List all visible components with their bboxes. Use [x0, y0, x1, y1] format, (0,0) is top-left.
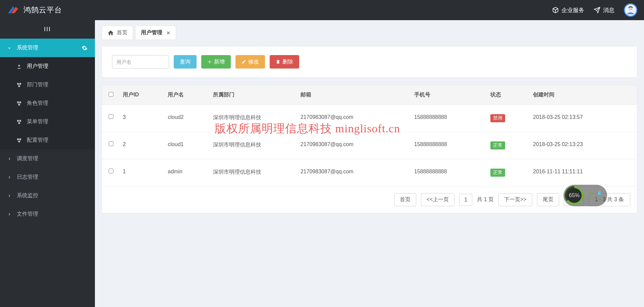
table-row[interactable]: 3cloud2深圳市明理信息科技2170983087@qq.com1588888… — [102, 105, 637, 132]
col-email: 邮箱 — [297, 85, 410, 105]
cell-email: 2170983087@qq.com — [297, 105, 410, 132]
brand-title: 鸿鹄云平台 — [23, 5, 62, 15]
row-checkbox[interactable] — [109, 114, 113, 119]
cell-phone: 15888888888 — [410, 105, 486, 132]
sidebar-item-system[interactable]: 系统管理 — [0, 39, 95, 57]
pagination: 首页 <<上一页 1 共 1 页 下一页>> 尾页 10 ▼ 1 - 3 共 3… — [102, 186, 637, 213]
tab-close-icon[interactable]: ✕ — [166, 30, 170, 36]
cpu-temp: 43℃ 💧 — [586, 190, 603, 196]
cpu-percent: 65% — [569, 192, 580, 199]
submenu-label: 部门管理 — [27, 81, 48, 88]
tab-home[interactable]: 首页 — [102, 26, 133, 40]
user-table: 用户ID 用户名 所属部门 邮箱 手机号 状态 创建时间 3cloud2深圳市明… — [102, 85, 637, 186]
delete-button[interactable]: 删除 — [270, 55, 299, 69]
svg-point-2 — [18, 64, 20, 66]
sidebar-toggle[interactable]: III — [0, 20, 95, 39]
chevron-down-icon — [7, 46, 11, 50]
sidebar-item-monitor[interactable]: 系统监控 — [0, 186, 95, 205]
menu-label: 文件管理 — [17, 211, 38, 218]
tab-user-mgmt[interactable]: 用户管理 ✕ — [135, 26, 176, 40]
svg-rect-12 — [17, 138, 19, 140]
chevron-right-icon — [7, 175, 11, 179]
cell-userid: 1 — [119, 159, 164, 186]
status-badge: 正常 — [490, 169, 505, 177]
cell-email: 2170983087@qq.com — [297, 132, 410, 159]
cubes-icon — [16, 101, 22, 106]
username-input[interactable] — [112, 55, 169, 69]
cubes-icon — [16, 82, 22, 88]
sidebar-item-schedule[interactable]: 调度管理 — [0, 149, 95, 168]
menu-label: 日志管理 — [17, 174, 38, 181]
status-badge: 正常 — [490, 141, 505, 149]
sidebar-item-users[interactable]: 用户管理 — [0, 57, 95, 76]
btn-label: 修改 — [248, 58, 259, 65]
cubes-icon — [16, 119, 22, 125]
messages-label: 消息 — [603, 6, 614, 14]
sidebar-item-menus[interactable]: 菜单管理 — [0, 113, 95, 131]
edit-icon — [241, 59, 246, 64]
sidebar: III 系统管理 用户管理 部门管理 — [0, 20, 95, 307]
svg-rect-8 — [18, 103, 20, 105]
sidebar-item-roles[interactable]: 角色管理 — [0, 94, 95, 113]
col-status: 状态 — [486, 85, 529, 105]
content-area: 首页 用户管理 ✕ 查询 新增 修改 删 — [95, 20, 644, 307]
sidebar-item-departments[interactable]: 部门管理 — [0, 76, 95, 94]
cpu-label: CPU温度 — [586, 196, 603, 201]
sidebar-item-files[interactable]: 文件管理 — [0, 205, 95, 223]
svg-rect-9 — [17, 120, 19, 122]
cell-created: 2018-03-25 02:13:57 — [529, 105, 637, 132]
cell-created: 2016-11-11 11:11:11 — [529, 159, 637, 186]
col-created: 创建时间 — [529, 85, 637, 105]
row-checkbox[interactable] — [109, 141, 113, 146]
svg-rect-7 — [19, 101, 21, 103]
enterprise-label: 企业服务 — [561, 6, 584, 14]
table-row[interactable]: 1admin深圳市明理信息科技2170983087@qq.com15888888… — [102, 159, 637, 186]
menu-bars-icon: III — [44, 26, 51, 33]
col-username: 用户名 — [164, 85, 209, 105]
sidebar-item-config[interactable]: 配置管理 — [0, 131, 95, 149]
cell-status: 正常 — [486, 132, 529, 159]
cell-username: admin — [164, 159, 209, 186]
svg-rect-13 — [19, 138, 21, 140]
select-all-checkbox[interactable] — [109, 92, 113, 97]
paper-plane-icon — [594, 7, 600, 13]
home-icon — [107, 30, 114, 36]
col-userid: 用户ID — [119, 85, 164, 105]
page-last-button[interactable]: 尾页 — [537, 193, 559, 206]
brand-area: 鸿鹄云平台 — [7, 4, 62, 16]
col-phone: 手机号 — [410, 85, 486, 105]
svg-rect-4 — [19, 83, 21, 85]
filter-panel: 查询 新增 修改 删除 — [102, 46, 637, 78]
svg-rect-10 — [19, 120, 21, 122]
page-first-button[interactable]: 首页 — [394, 193, 416, 206]
cell-username: cloud1 — [164, 132, 209, 159]
add-button[interactable]: 新增 — [201, 55, 231, 69]
cell-dept: 深圳市明理信息科技 — [209, 132, 297, 159]
messages-link[interactable]: 消息 — [594, 6, 614, 14]
menu-label: 调度管理 — [17, 155, 38, 162]
row-checkbox[interactable] — [109, 169, 113, 173]
cell-status: 禁用 — [486, 105, 529, 132]
cell-userid: 2 — [119, 132, 164, 159]
cubes-icon — [16, 138, 22, 143]
sidebar-item-logs[interactable]: 日志管理 — [0, 168, 95, 186]
cell-email: 2170983087@qq.com — [297, 159, 410, 186]
table-row[interactable]: 2cloud1深圳市明理信息科技2170983087@qq.com1588888… — [102, 132, 637, 159]
menu-label: 系统监控 — [17, 192, 38, 199]
btn-label: 新增 — [214, 58, 225, 65]
submenu-label: 配置管理 — [27, 137, 48, 144]
page-prev-button[interactable]: <<上一页 — [421, 193, 455, 206]
edit-button[interactable]: 修改 — [235, 55, 265, 69]
page-next-button[interactable]: 下一页>> — [498, 193, 532, 206]
plus-icon — [207, 59, 212, 64]
chevron-right-icon — [7, 194, 11, 198]
table-panel: 用户ID 用户名 所属部门 邮箱 手机号 状态 创建时间 3cloud2深圳市明… — [102, 85, 637, 213]
cube-icon — [552, 7, 559, 13]
svg-rect-3 — [17, 83, 19, 85]
user-avatar[interactable] — [624, 3, 637, 17]
menu-label: 系统管理 — [17, 44, 38, 51]
submenu-label: 用户管理 — [27, 63, 48, 70]
enterprise-service-link[interactable]: 企业服务 — [552, 6, 584, 14]
droplet-icon: 💧 — [597, 190, 602, 196]
query-button[interactable]: 查询 — [174, 55, 197, 69]
